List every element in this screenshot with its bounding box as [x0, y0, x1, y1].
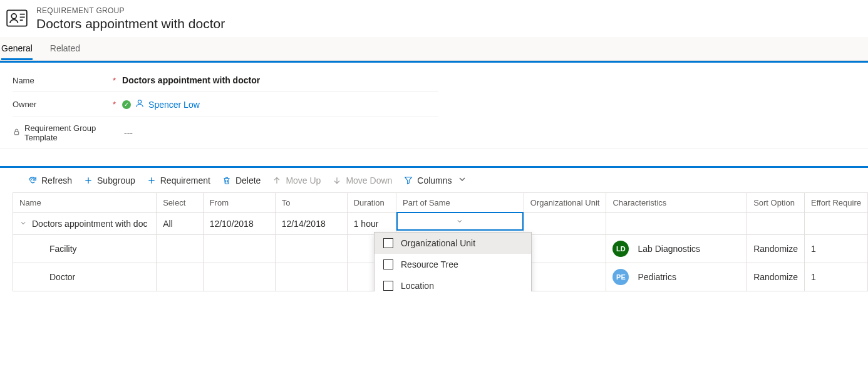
- table-row[interactable]: Doctors appointment with doc All 12/10/2…: [13, 213, 868, 235]
- effort-cell[interactable]: 1: [804, 263, 867, 291]
- dropdown-menu: Organizational Unit Resource Tree Locati…: [374, 232, 532, 291]
- template-value: ---: [124, 128, 133, 138]
- dropdown-option-label: Resource Tree: [401, 259, 458, 269]
- template-label: Requirement Group Template: [13, 123, 113, 142]
- dropdown-option-location[interactable]: Location: [375, 275, 531, 291]
- tab-general[interactable]: General: [1, 37, 33, 60]
- col-select[interactable]: Select: [157, 193, 203, 213]
- avatar: PE: [612, 269, 629, 285]
- dropdown-option-resource-tree[interactable]: Resource Tree: [375, 254, 531, 275]
- refresh-label: Refresh: [41, 175, 72, 186]
- owner-label: Owner: [13, 100, 113, 109]
- columns-button[interactable]: Columns: [403, 174, 467, 186]
- page-title: Doctors appointment with doctor: [36, 16, 225, 31]
- part-of-same-cell[interactable]: Organizational Unit Resource Tree Locati…: [396, 213, 524, 235]
- svg-rect-6: [14, 132, 19, 135]
- effort-cell[interactable]: 1: [804, 235, 867, 263]
- delete-button[interactable]: Delete: [222, 175, 261, 186]
- chevron-down-icon[interactable]: [19, 219, 27, 229]
- col-from[interactable]: From: [203, 193, 275, 213]
- refresh-button[interactable]: Refresh: [28, 175, 72, 186]
- form-section: Name * Doctors appointment with doctor O…: [0, 63, 868, 149]
- required-marker: *: [113, 76, 116, 85]
- col-characteristics[interactable]: Characteristics: [606, 193, 747, 213]
- sort-cell[interactable]: Randomize: [747, 235, 805, 263]
- dropdown-option-label: Organizational Unit: [401, 238, 475, 248]
- person-icon: [135, 98, 145, 110]
- characteristic-label[interactable]: Lab Diagnostics: [638, 244, 700, 254]
- required-marker: *: [113, 100, 116, 109]
- subgroup-label: Subgroup: [97, 175, 135, 186]
- columns-label: Columns: [417, 175, 452, 186]
- page-header: REQUIREMENT GROUP Doctors appointment wi…: [0, 0, 868, 37]
- moveup-label: Move Up: [286, 175, 321, 186]
- grid-section: Refresh Subgroup Requirement Delete Move…: [0, 166, 868, 291]
- part-of-same-dropdown[interactable]: [396, 212, 524, 231]
- row-name-cell: Doctors appointment with doc: [32, 219, 147, 229]
- col-effort-required[interactable]: Effort Require: [804, 193, 867, 213]
- dropdown-option-label: Location: [401, 281, 434, 291]
- characteristic-label[interactable]: Pediatrics: [638, 272, 676, 282]
- chevron-down-icon: [457, 174, 467, 186]
- entity-icon: [5, 6, 29, 32]
- row-name-cell: Doctor: [19, 272, 150, 282]
- entity-type-label: REQUIREMENT GROUP: [36, 6, 225, 15]
- svg-rect-0: [7, 10, 27, 26]
- name-field[interactable]: Doctors appointment with doctor: [122, 75, 260, 85]
- requirement-button[interactable]: Requirement: [147, 175, 210, 186]
- dropdown-option-org-unit[interactable]: Organizational Unit: [375, 233, 531, 254]
- col-part-of-same[interactable]: Part of Same: [396, 193, 524, 213]
- avatar: LD: [612, 241, 629, 257]
- move-down-button: Move Down: [332, 175, 392, 186]
- row-from-cell[interactable]: 12/10/2018: [203, 213, 275, 235]
- requirement-label: Requirement: [160, 175, 210, 186]
- verified-icon: ✓: [122, 100, 131, 109]
- svg-point-1: [11, 14, 16, 19]
- sort-cell[interactable]: Randomize: [747, 263, 805, 291]
- name-label: Name: [13, 76, 113, 85]
- svg-point-5: [138, 100, 141, 103]
- tab-related[interactable]: Related: [50, 37, 80, 60]
- col-sort-option[interactable]: Sort Option: [747, 193, 805, 213]
- tab-bar: General Related: [0, 37, 868, 61]
- checkbox-icon[interactable]: [383, 281, 393, 291]
- owner-link[interactable]: Spencer Low: [148, 100, 200, 110]
- checkbox-icon[interactable]: [383, 238, 393, 248]
- col-org-unit[interactable]: Organizational Unit: [524, 193, 606, 213]
- row-to-cell[interactable]: 12/14/2018: [275, 213, 347, 235]
- header-row: Name Select From To Duration Part of Sam…: [13, 193, 868, 213]
- lock-icon: [13, 128, 21, 138]
- delete-label: Delete: [235, 175, 261, 186]
- checkbox-icon[interactable]: [383, 259, 393, 269]
- col-name[interactable]: Name: [13, 193, 157, 213]
- template-label-text: Requirement Group Template: [24, 123, 113, 142]
- row-select-cell[interactable]: All: [157, 213, 203, 235]
- requirements-grid: Name Select From To Duration Part of Sam…: [13, 192, 868, 291]
- grid-toolbar: Refresh Subgroup Requirement Delete Move…: [13, 168, 868, 192]
- move-up-button: Move Up: [272, 175, 321, 186]
- col-to[interactable]: To: [275, 193, 347, 213]
- col-duration[interactable]: Duration: [347, 193, 396, 213]
- subgroup-button[interactable]: Subgroup: [83, 175, 135, 186]
- movedown-label: Move Down: [346, 175, 392, 186]
- row-name-cell: Facility: [19, 244, 150, 254]
